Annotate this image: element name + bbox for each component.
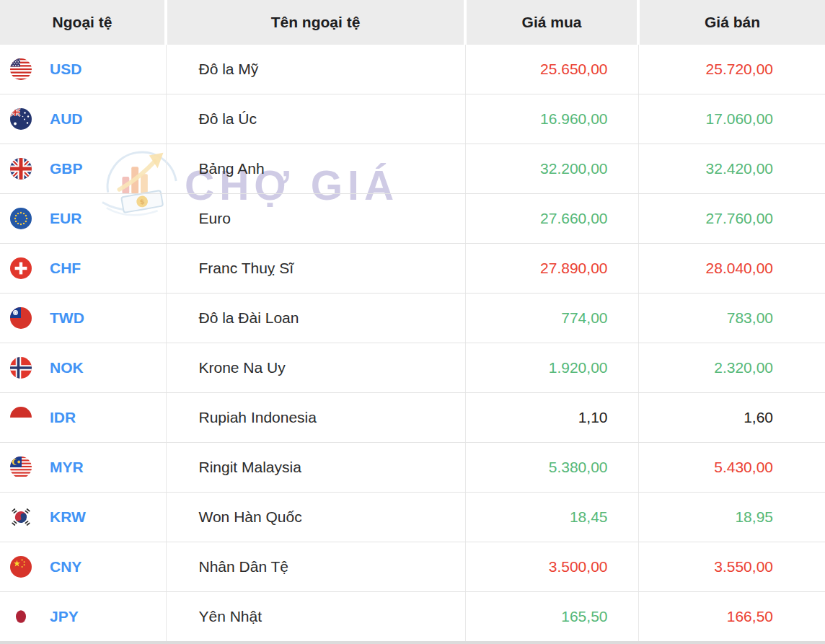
- idr-flag-icon: [10, 407, 32, 428]
- twd-flag-icon: [10, 307, 32, 329]
- currency-name: Đô la Mỹ: [166, 45, 465, 94]
- buy-price-value: 27.890,00: [465, 244, 638, 294]
- myr-flag-icon: [10, 456, 32, 478]
- gbp-flag-icon: [10, 158, 32, 180]
- currency-row: USD Đô la Mỹ 25.650,00 25.720,00: [0, 45, 825, 94]
- currency-cell: EUR: [0, 194, 166, 244]
- currency-row: TWD Đô la Đài Loan 774,00 783,00: [0, 294, 825, 343]
- currency-cell: IDR: [0, 393, 166, 443]
- column-header-buy-price: Giá mua: [465, 0, 638, 45]
- currency-row: MYR Ringit Malaysia 5.380,00 5.430,00: [0, 443, 825, 493]
- currency-code-link[interactable]: KRW: [50, 508, 86, 526]
- currency-row: CNY Nhân Dân Tệ 3.500,00 3.550,00: [0, 542, 825, 592]
- currency-name: Krone Na Uy: [166, 343, 465, 393]
- column-header-currency-name: Tên ngoại tệ: [166, 0, 465, 45]
- column-header-currency: Ngoại tệ: [0, 0, 166, 45]
- currency-code-link[interactable]: IDR: [50, 409, 76, 426]
- currency-row: NOK Krone Na Uy 1.920,00 2.320,00: [0, 343, 825, 393]
- aud-flag-icon: [10, 108, 32, 130]
- buy-price-value: 5.380,00: [465, 443, 638, 493]
- sell-price-value: 783,00: [638, 294, 825, 343]
- currency-name: Rupiah Indonesia: [166, 393, 465, 443]
- buy-price-value: 25.650,00: [465, 45, 638, 94]
- currency-name: Ringit Malaysia: [166, 443, 465, 493]
- sell-price-value: 3.550,00: [638, 542, 825, 592]
- sell-price-value: 32.420,00: [638, 144, 825, 194]
- currency-name: Won Hàn Quốc: [166, 493, 465, 542]
- currency-row: AUD Đô la Úc 16.960,00 17.060,00: [0, 94, 825, 144]
- currency-code-link[interactable]: TWD: [50, 309, 84, 327]
- currency-code-link[interactable]: MYR: [50, 459, 84, 476]
- currency-code-link[interactable]: NOK: [50, 359, 84, 376]
- currency-row: EUR Euro 27.660,00 27.760,00: [0, 194, 825, 244]
- buy-price-value: 774,00: [465, 294, 638, 343]
- currency-name: Franc Thuỵ Sĩ: [166, 244, 465, 294]
- currency-name: Euro: [166, 194, 465, 244]
- krw-flag-icon: [10, 506, 32, 528]
- currency-row: CHF Franc Thuỵ Sĩ 27.890,00 28.040,00: [0, 244, 825, 294]
- currency-cell: JPY: [0, 592, 166, 643]
- currency-cell: AUD: [0, 94, 166, 144]
- currency-row: JPY Yên Nhật 165,50 166,50: [0, 592, 825, 643]
- currency-cell: TWD: [0, 294, 166, 343]
- sell-price-value: 2.320,00: [638, 343, 825, 393]
- eur-flag-icon: [10, 208, 32, 229]
- buy-price-value: 27.660,00: [465, 194, 638, 244]
- sell-price-value: 27.760,00: [638, 194, 825, 244]
- buy-price-value: 16.960,00: [465, 94, 638, 144]
- currency-code-link[interactable]: USD: [50, 61, 81, 78]
- currency-name: Yên Nhật: [166, 592, 465, 643]
- buy-price-value: 1.920,00: [465, 343, 638, 393]
- cny-flag-icon: [10, 556, 32, 578]
- column-header-sell-price: Giá bán: [638, 0, 825, 45]
- sell-price-value: 17.060,00: [638, 94, 825, 144]
- currency-cell: GBP: [0, 144, 166, 194]
- exchange-rate-table: Ngoại tệ Tên ngoại tệ Giá mua Giá bán US…: [0, 0, 825, 644]
- sell-price-value: 28.040,00: [638, 244, 825, 294]
- currency-code-link[interactable]: JPY: [50, 608, 79, 625]
- chf-flag-icon: [10, 257, 32, 279]
- buy-price-value: 3.500,00: [465, 542, 638, 592]
- currency-name: Bảng Anh: [166, 144, 465, 194]
- currency-row: GBP Bảng Anh 32.200,00 32.420,00: [0, 144, 825, 194]
- currency-code-link[interactable]: CNY: [50, 558, 81, 575]
- sell-price-value: 1,60: [638, 393, 825, 443]
- currency-name: Đô la Úc: [166, 94, 465, 144]
- jpy-flag-icon: [10, 606, 32, 627]
- currency-cell: NOK: [0, 343, 166, 393]
- table-header-row: Ngoại tệ Tên ngoại tệ Giá mua Giá bán: [0, 0, 825, 45]
- currency-name: Đô la Đài Loan: [166, 294, 465, 343]
- sell-price-value: 25.720,00: [638, 45, 825, 94]
- buy-price-value: 32.200,00: [465, 144, 638, 194]
- buy-price-value: 165,50: [465, 592, 638, 643]
- currency-code-link[interactable]: EUR: [50, 210, 81, 227]
- currency-cell: CNY: [0, 542, 166, 592]
- currency-cell: KRW: [0, 493, 166, 542]
- currency-code-link[interactable]: CHF: [50, 260, 81, 277]
- currency-name: Nhân Dân Tệ: [166, 542, 465, 592]
- sell-price-value: 166,50: [638, 592, 825, 643]
- buy-price-value: 1,10: [465, 393, 638, 443]
- currency-code-link[interactable]: GBP: [50, 160, 83, 177]
- nok-flag-icon: [10, 357, 32, 379]
- currency-row: IDR Rupiah Indonesia 1,10 1,60: [0, 393, 825, 443]
- currency-cell: MYR: [0, 443, 166, 493]
- sell-price-value: 5.430,00: [638, 443, 825, 493]
- currency-cell: USD: [0, 45, 166, 94]
- currency-row: KRW Won Hàn Quốc 18,45 18,95: [0, 493, 825, 542]
- sell-price-value: 18,95: [638, 493, 825, 542]
- buy-price-value: 18,45: [465, 493, 638, 542]
- currency-code-link[interactable]: AUD: [50, 110, 83, 128]
- currency-cell: CHF: [0, 244, 166, 294]
- usd-flag-icon: [10, 58, 32, 80]
